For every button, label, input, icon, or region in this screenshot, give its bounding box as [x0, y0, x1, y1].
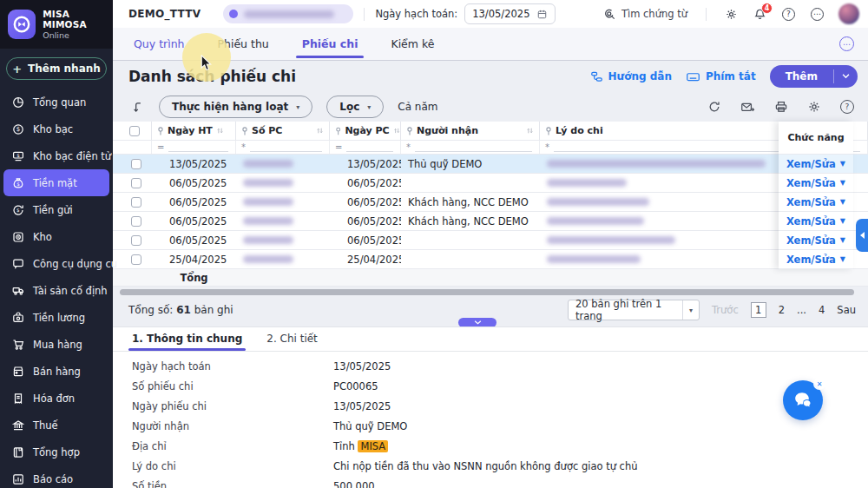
sidebar-item-tong-quan[interactable]: Tổng quan: [3, 89, 109, 115]
chat-bubble-button[interactable]: ✕: [783, 380, 823, 420]
record-count: Tổng số: 61 bản ghi: [128, 304, 233, 316]
add-dropdown-caret[interactable]: [834, 65, 858, 88]
row-checkbox[interactable]: [131, 178, 141, 188]
notifications-button[interactable]: 4: [753, 8, 766, 21]
email-icon[interactable]: [740, 101, 755, 114]
brand-block[interactable]: MISA MIMOSA Online: [0, 0, 113, 49]
sidebar-item-kho-bac-dien-tu[interactable]: $ Kho bạc điện tử: [3, 142, 109, 169]
sidebar-item-kho-bac[interactable]: $ Kho bạc: [3, 115, 109, 142]
quick-add-button[interactable]: + Thêm nhanh: [6, 57, 107, 80]
column-ngay-pc[interactable]: Ngày PC: [330, 122, 401, 140]
page-size-select[interactable]: 20 bản ghi trên 1 trang ▾: [568, 300, 700, 320]
page-4-button[interactable]: 4: [819, 304, 825, 316]
settings-button[interactable]: [725, 8, 738, 21]
sidebar-item-tai-san-co-dinh[interactable]: Tài sản cố định: [3, 277, 109, 304]
row-checkbox[interactable]: [131, 197, 141, 208]
posting-date-input[interactable]: 13/05/2025: [464, 3, 556, 24]
horizontal-scrollbar[interactable]: [120, 289, 854, 295]
svg-text:$: $: [16, 126, 20, 133]
avatar[interactable]: [838, 3, 859, 24]
refresh-icon[interactable]: [707, 100, 721, 114]
redacted-cell: [243, 179, 293, 187]
view-edit-button[interactable]: Xem/Sửa▼: [779, 231, 853, 250]
filter-dropdown[interactable]: Lọc ▾: [326, 96, 384, 118]
divider: [364, 8, 365, 21]
sort-updown-icon: [316, 127, 324, 135]
view-edit-button[interactable]: Xem/Sửa▼: [779, 155, 853, 174]
sidebar-item-tien-mat[interactable]: $ Tiền mặt: [3, 169, 109, 196]
main-content: Danh sách phiếu chi Hướng dẫn Phím tắt T…: [113, 61, 868, 488]
help-icon[interactable]: ?: [840, 100, 854, 114]
column-so-pc[interactable]: Số PC: [236, 122, 330, 140]
help-button[interactable]: ?: [782, 8, 795, 21]
gear-icon[interactable]: [807, 100, 821, 114]
detail-panel: 1. Thông tin chung 2. Chi tiết Ngày hạch…: [113, 326, 868, 488]
cash-icon: $: [11, 176, 25, 190]
payroll-icon: [11, 311, 25, 325]
table-row[interactable]: 25/04/2025 25/04/2025: [113, 250, 868, 269]
brand-sub: Online: [43, 30, 113, 40]
print-icon[interactable]: [774, 100, 788, 114]
chat-icon: [792, 389, 814, 412]
detail-tab-lines[interactable]: 2. Chi tiết: [266, 333, 318, 351]
sidebar-item-ban-hang[interactable]: Bán hàng: [3, 358, 109, 385]
filter-input[interactable]: [168, 143, 228, 152]
sidebar-item-hoa-don[interactable]: Hóa đơn: [3, 385, 109, 412]
batch-actions-dropdown[interactable]: Thực hiện hàng loạt ▾: [159, 96, 312, 118]
detail-tab-general[interactable]: 1. Thông tin chung: [132, 333, 242, 351]
more-button[interactable]: ⋯: [811, 8, 824, 21]
tab-phieu-chi[interactable]: Phiếu chi: [302, 28, 358, 60]
view-edit-button[interactable]: Xem/Sửa▼: [779, 193, 853, 212]
table-row[interactable]: 06/05/2025 06/05/2025: [113, 174, 868, 193]
page-1-button[interactable]: 1: [751, 302, 766, 318]
view-edit-button[interactable]: Xem/Sửa▼: [779, 174, 853, 193]
filter-input[interactable]: [415, 143, 532, 152]
sidebar-item-tien-luong[interactable]: Tiền lương: [3, 304, 109, 331]
chevron-down-icon: ▾: [682, 300, 699, 320]
tab-quy-trinh[interactable]: Quy trình: [134, 28, 185, 60]
view-edit-button[interactable]: Xem/Sửa▼: [779, 212, 853, 231]
table-header-row: Ngày HT Số PC Ngày PC Người nhận: [113, 122, 868, 141]
prev-page-button[interactable]: Trước: [712, 304, 739, 316]
column-ngay-ht[interactable]: Ngày HT: [152, 122, 236, 140]
table-row[interactable]: 06/05/2025 06/05/2025: [113, 231, 868, 250]
table-row[interactable]: 06/05/2025 06/05/2025 Khách hàng, NCC DE…: [113, 212, 868, 231]
filter-input[interactable]: [346, 143, 393, 152]
sidebar-item-bao-cao[interactable]: Báo cáo: [3, 465, 109, 488]
row-checkbox[interactable]: [131, 235, 141, 246]
sort-icon[interactable]: [132, 101, 145, 114]
next-page-button[interactable]: Sau: [837, 304, 856, 316]
redacted-cell: [547, 236, 675, 244]
table-row[interactable]: 06/05/2025 06/05/2025 Khách hàng, NCC DE…: [113, 193, 868, 212]
view-edit-button[interactable]: Xem/Sửa▼: [779, 250, 853, 269]
page-2-button[interactable]: 2: [779, 304, 785, 316]
shortcuts-link[interactable]: Phím tắt: [686, 70, 756, 83]
sidebar-item-thue[interactable]: Thuế: [3, 412, 109, 439]
column-nguoi-nhan[interactable]: Người nhận: [401, 122, 540, 140]
pin-icon: [545, 127, 552, 135]
sidebar-item-cong-cu-dung-cu[interactable]: Công cụ dụng cụ: [3, 250, 109, 277]
sidebar-item-mua-hang[interactable]: Mua hàng: [3, 331, 109, 358]
sidebar-item-tong-hop[interactable]: Tổng hợp: [3, 439, 109, 465]
guide-link[interactable]: Hướng dẫn: [590, 70, 672, 83]
filter-input[interactable]: [250, 143, 322, 152]
chat-close-button[interactable]: ✕: [813, 378, 825, 390]
sidebar-item-kho[interactable]: Kho: [3, 223, 109, 250]
side-panel-handle[interactable]: [856, 219, 868, 252]
tabs-more-button[interactable]: ⋯: [839, 36, 854, 51]
deposit-icon: $: [11, 203, 25, 217]
tab-phieu-thu[interactable]: Phiếu thu: [218, 28, 269, 60]
tools-icon: [11, 257, 25, 271]
add-button[interactable]: Thêm: [770, 65, 858, 88]
sidebar-item-tien-gui[interactable]: $ Tiền gửi: [3, 196, 109, 223]
environment-toggle[interactable]: [223, 4, 353, 23]
search-vouchers-button[interactable]: Tìm chứng từ: [603, 8, 687, 21]
company-name: DEMO_TTTV: [128, 8, 201, 20]
select-all-checkbox[interactable]: [129, 126, 140, 136]
table-row[interactable]: 13/05/2025 13/05/2025 Thủ quỹ DEMO: [113, 155, 868, 174]
tax-icon: [11, 419, 25, 432]
row-checkbox[interactable]: [131, 216, 141, 227]
row-checkbox[interactable]: [131, 254, 141, 265]
row-checkbox[interactable]: [131, 159, 141, 169]
tab-kiem-ke[interactable]: Kiểm kê: [391, 28, 434, 60]
